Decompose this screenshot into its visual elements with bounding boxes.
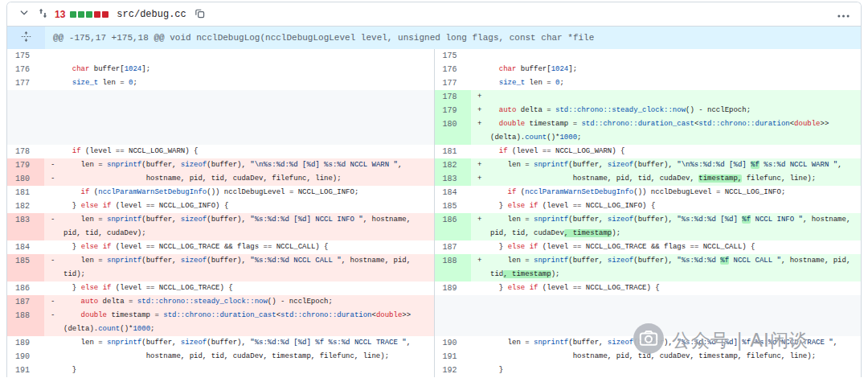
diff-tbody: 175175176 char buffer[1024];176 char buf… (7, 49, 861, 377)
code-cell: if (ncclParamWarnSetDebugInfo()) ncclDeb… (44, 186, 434, 199)
line-number-cell[interactable]: 188 (434, 254, 471, 281)
code-cell: size_t len = 0; (471, 76, 861, 90)
expand-hunk-button[interactable] (7, 27, 45, 49)
code-line: len = snprintf(buffer, sizeof(buffer), "… (63, 213, 429, 240)
diff-row: 188- double timestamp = std::chrono::dur… (7, 309, 861, 336)
diffstat-block-del (94, 11, 100, 18)
code-cell: } (44, 364, 434, 377)
hunk-header: @@ -175,17 +175,18 @@ void ncclDebugLog(… (7, 27, 861, 49)
code-line: if (ncclParamWarnSetDebugInfo()) ncclDeb… (63, 186, 429, 199)
code-cell: + len = snprintf(buffer, sizeof(buffer),… (471, 213, 861, 240)
code-line (490, 49, 856, 63)
line-number-cell[interactable]: 184 (7, 240, 44, 254)
line-number-cell[interactable]: 183 (434, 172, 471, 186)
line-number-cell[interactable]: 189 (434, 281, 471, 295)
line-number-cell[interactable]: 192 (434, 364, 471, 377)
line-number-cell[interactable]: 183 (7, 213, 44, 240)
code-cell (471, 49, 861, 63)
diff-row: 178 if (level == NCCL_LOG_WARN) {181 if … (7, 145, 861, 158)
diff-row: 182 } else if (level == NCCL_LOG_INFO) {… (7, 199, 861, 213)
line-number-cell[interactable]: 182 (434, 158, 471, 172)
code-line (63, 49, 429, 63)
code-cell: - len = snprintf(buffer, sizeof(buffer),… (44, 158, 434, 172)
line-number-cell[interactable]: 185 (7, 254, 44, 281)
line-number-cell[interactable]: 187 (7, 295, 44, 309)
diffstat-block-add (78, 11, 84, 18)
code-line: size_t len = 0; (490, 76, 856, 90)
code-cell (44, 49, 434, 63)
code-cell: + len = snprintf(buffer, sizeof(buffer),… (471, 158, 861, 172)
line-number-cell[interactable]: 176 (434, 63, 471, 76)
line-number-cell[interactable]: 178 (434, 90, 471, 104)
code-line: } else if (level == NCCL_LOG_TRACE && fl… (490, 240, 856, 254)
code-line: } else if (level == NCCL_LOG_INFO) { (63, 199, 429, 213)
line-number-cell[interactable]: 180 (7, 172, 44, 186)
code-line (490, 309, 856, 323)
line-number-cell[interactable]: 190 (434, 336, 471, 350)
line-number-cell[interactable]: 180 (434, 117, 471, 145)
code-cell: if (level == NCCL_LOG_WARN) { (44, 145, 434, 158)
code-cell (471, 295, 861, 309)
line-number-cell[interactable]: 179 (434, 104, 471, 117)
line-number-cell[interactable]: 190 (7, 350, 44, 364)
code-cell: char buffer[1024]; (44, 63, 434, 76)
code-cell (44, 90, 434, 104)
line-number-cell[interactable]: 177 (7, 76, 44, 90)
diffstat: 13 (55, 9, 108, 20)
diff-row: 179- len = snprintf(buffer, sizeof(buffe… (7, 158, 861, 172)
line-number-cell[interactable]: 191 (7, 364, 44, 377)
diff-row: 190 hostname, pid, tid, cudaDev, timesta… (7, 350, 861, 364)
kebab-icon (837, 8, 850, 20)
code-line (490, 90, 856, 104)
copy-path-button[interactable] (193, 6, 207, 23)
code-line: len = snprintf(buffer, sizeof(buffer), "… (63, 158, 429, 172)
line-number-cell[interactable]: 177 (434, 76, 471, 90)
line-number-cell[interactable]: 181 (7, 186, 44, 199)
line-number-cell[interactable]: 189 (7, 336, 44, 350)
hunk-header-text: @@ -175,17 +175,18 @@ void ncclDebugLog(… (45, 33, 594, 43)
line-number-cell[interactable]: 186 (7, 281, 44, 295)
code-line: } (63, 364, 429, 377)
code-line: hostname, pid, tid, cudaDev, timestamp, … (490, 172, 856, 186)
code-line: hostname, pid, tid, cudaDev, timestamp, … (490, 350, 856, 364)
code-cell: if (level == NCCL_LOG_WARN) { (471, 145, 861, 158)
code-line (490, 295, 856, 309)
code-line: size_t len = 0; (63, 76, 429, 90)
line-number-cell[interactable]: 187 (434, 240, 471, 254)
line-number-cell[interactable]: 175 (7, 49, 44, 63)
diff-marker: - (51, 254, 55, 268)
collapse-file-button[interactable] (17, 6, 31, 23)
code-line: hostname, pid, tid, cudaDev, filefunc, l… (63, 172, 429, 186)
line-number-cell[interactable]: 175 (434, 49, 471, 63)
diff-row: 183- len = snprintf(buffer, sizeof(buffe… (7, 213, 861, 240)
code-cell (44, 117, 434, 145)
line-number-cell[interactable]: 185 (434, 199, 471, 213)
line-number-cell[interactable]: 178 (7, 145, 44, 158)
code-line: } else if (level == NCCL_LOG_TRACE) { (63, 281, 429, 295)
line-number-cell[interactable]: 184 (434, 186, 471, 199)
code-line: auto delta = std::chrono::steady_clock::… (63, 295, 429, 309)
code-line: len = snprintf(buffer, sizeof(buffer), "… (490, 158, 856, 172)
diff-row: 179+ auto delta = std::chrono::steady_cl… (7, 104, 861, 117)
diff-row: 191 }192 } (7, 364, 861, 377)
code-cell: len = snprintf(buffer, sizeof(buffer), "… (471, 336, 861, 350)
diff-row: 177 size_t len = 0;177 size_t len = 0; (7, 76, 861, 90)
diff-marker: + (477, 117, 481, 131)
line-number-cell[interactable]: 176 (7, 63, 44, 76)
line-number-cell[interactable]: 186 (434, 213, 471, 240)
code-cell: - len = snprintf(buffer, sizeof(buffer),… (44, 254, 434, 281)
code-line: if (ncclParamWarnSetDebugInfo()) ncclDeb… (490, 186, 856, 199)
diff-marker: + (477, 213, 481, 227)
code-line: char buffer[1024]; (490, 63, 856, 76)
line-number-cell[interactable]: 181 (434, 145, 471, 158)
file-diff-icon (38, 7, 48, 22)
code-cell: } else if (level == NCCL_LOG_INFO) { (44, 199, 434, 213)
line-number-cell[interactable]: 188 (7, 309, 44, 336)
line-number-cell[interactable]: 191 (434, 350, 471, 364)
code-line (63, 117, 429, 131)
file-options-button[interactable] (836, 6, 851, 22)
code-line: len = snprintf(buffer, sizeof(buffer), "… (490, 336, 856, 350)
line-number-cell[interactable]: 179 (7, 158, 44, 172)
diffstat-block-add (86, 11, 92, 18)
line-number-cell[interactable]: 182 (7, 199, 44, 213)
